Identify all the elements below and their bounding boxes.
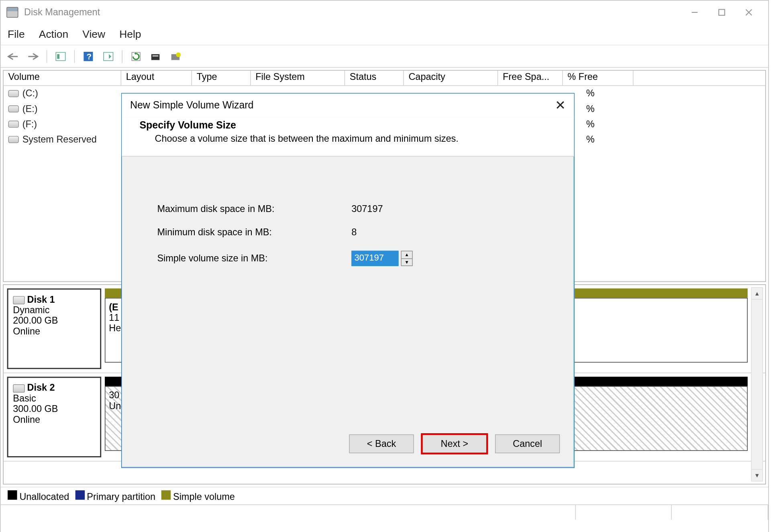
legend-simple: Simple volume xyxy=(173,491,235,501)
minimize-button[interactable] xyxy=(681,4,708,21)
spin-down-icon[interactable]: ▼ xyxy=(402,259,412,265)
svg-rect-10 xyxy=(151,54,160,60)
min-space-value: 8 xyxy=(351,227,357,238)
legend-swatch-unallocated xyxy=(8,490,17,499)
spin-buttons: ▲ ▼ xyxy=(401,251,412,266)
back-icon[interactable] xyxy=(5,49,20,63)
disk-icon xyxy=(13,384,24,393)
back-button[interactable]: < Back xyxy=(349,434,414,453)
menu-file[interactable]: File xyxy=(8,28,25,41)
volume-label: (C:) xyxy=(22,88,38,99)
new-simple-volume-wizard-dialog: New Simple Volume Wizard ✕ Specify Volum… xyxy=(121,93,575,468)
volume-size-label: Simple volume size in MB: xyxy=(157,253,351,263)
spin-up-icon[interactable]: ▲ xyxy=(402,251,412,259)
disk-management-window: Disk Management File Action View Help ? … xyxy=(0,0,769,532)
col-capacity[interactable]: Capacity xyxy=(404,71,498,86)
col-pctfree[interactable]: % Free xyxy=(563,71,633,86)
svg-rect-11 xyxy=(153,55,159,56)
menu-help[interactable]: Help xyxy=(119,28,141,41)
dialog-body: Maximum disk space in MB: 307197 Minimum… xyxy=(122,157,574,326)
volume-size-input[interactable]: 307197 xyxy=(351,251,398,266)
pct-free-cell: % xyxy=(586,88,595,104)
volume-label: (E:) xyxy=(22,104,38,114)
disk-icon xyxy=(13,296,24,304)
svg-rect-8 xyxy=(104,52,113,61)
dialog-titlebar: New Simple Volume Wizard ✕ xyxy=(122,94,574,117)
properties-icon[interactable] xyxy=(53,49,68,63)
col-layout[interactable]: Layout xyxy=(121,71,192,86)
disk-size: 200.00 GB xyxy=(13,316,95,326)
column-headers: Volume Layout Type File System Status Ca… xyxy=(4,71,765,86)
max-space-label: Maximum disk space in MB: xyxy=(157,204,351,214)
disk-name: Disk 2 xyxy=(27,383,55,393)
legend: Unallocated Primary partition Simple vol… xyxy=(0,487,768,504)
toolbar: ? xyxy=(0,45,768,68)
svg-text:?: ? xyxy=(87,51,92,61)
scroll-down-icon[interactable]: ▼ xyxy=(752,469,762,481)
drive-icon xyxy=(8,136,19,143)
drive-icon xyxy=(8,90,19,97)
legend-swatch-primary xyxy=(75,490,84,499)
rescan-icon[interactable] xyxy=(148,49,163,63)
pct-free-cell: % xyxy=(586,119,595,134)
close-button[interactable] xyxy=(735,4,762,21)
svg-point-13 xyxy=(176,52,181,57)
scroll-up-icon[interactable]: ▲ xyxy=(752,288,762,300)
settings-icon[interactable] xyxy=(168,49,184,63)
maximize-button[interactable] xyxy=(708,4,735,21)
menu-action[interactable]: Action xyxy=(39,28,68,41)
status-bar xyxy=(0,504,768,520)
dialog-subheading: Choose a volume size that is between the… xyxy=(155,134,557,144)
dialog-heading: Specify Volume Size xyxy=(139,120,556,131)
volume-label: System Reserved xyxy=(22,134,97,145)
col-filesystem[interactable]: File System xyxy=(251,71,345,86)
disk-size: 300.00 GB xyxy=(13,404,95,414)
col-volume[interactable]: Volume xyxy=(4,71,121,86)
col-type[interactable]: Type xyxy=(192,71,251,86)
pct-free-cell: % xyxy=(586,104,595,119)
dialog-header: Specify Volume Size Choose a volume size… xyxy=(122,117,574,157)
disk-info[interactable]: Disk 1 Dynamic 200.00 GB Online xyxy=(7,288,102,369)
dialog-close-button[interactable]: ✕ xyxy=(555,98,565,113)
legend-swatch-simple xyxy=(161,490,171,499)
drive-icon xyxy=(8,105,19,112)
disk-name: Disk 1 xyxy=(27,294,55,304)
col-freespace[interactable]: Free Spa... xyxy=(498,71,563,86)
dialog-buttons: < Back Next > Cancel xyxy=(349,434,560,453)
app-icon xyxy=(6,7,18,18)
refresh-icon[interactable] xyxy=(128,49,144,63)
disk-info[interactable]: Disk 2 Basic 300.00 GB Online xyxy=(7,377,102,457)
disk-status: Online xyxy=(13,326,95,336)
view-icon[interactable] xyxy=(101,49,116,63)
legend-primary: Primary partition xyxy=(87,491,155,501)
svg-rect-1 xyxy=(719,9,725,15)
disk-type: Basic xyxy=(13,393,95,404)
disk-type: Dynamic xyxy=(13,305,95,315)
cancel-button[interactable]: Cancel xyxy=(495,434,560,453)
min-space-label: Minimum disk space in MB: xyxy=(157,227,351,238)
max-space-value: 307197 xyxy=(351,204,383,214)
volume-label: (F:) xyxy=(22,119,37,129)
svg-rect-5 xyxy=(57,54,59,59)
vertical-scrollbar[interactable]: ▲ ▼ xyxy=(751,287,763,481)
help-icon[interactable]: ? xyxy=(81,49,96,63)
col-status[interactable]: Status xyxy=(345,71,404,86)
dialog-title: New Simple Volume Wizard xyxy=(130,100,253,111)
forward-icon[interactable] xyxy=(25,49,41,63)
drive-icon xyxy=(8,121,19,128)
window-title: Disk Management xyxy=(24,7,100,18)
next-button[interactable]: Next > xyxy=(422,434,487,453)
titlebar: Disk Management xyxy=(0,0,768,24)
legend-unallocated: Unallocated xyxy=(19,491,69,501)
menubar: File Action View Help xyxy=(0,24,768,45)
disk-status: Online xyxy=(13,414,95,425)
menu-view[interactable]: View xyxy=(82,28,105,41)
pct-free-cell: % xyxy=(586,134,595,149)
